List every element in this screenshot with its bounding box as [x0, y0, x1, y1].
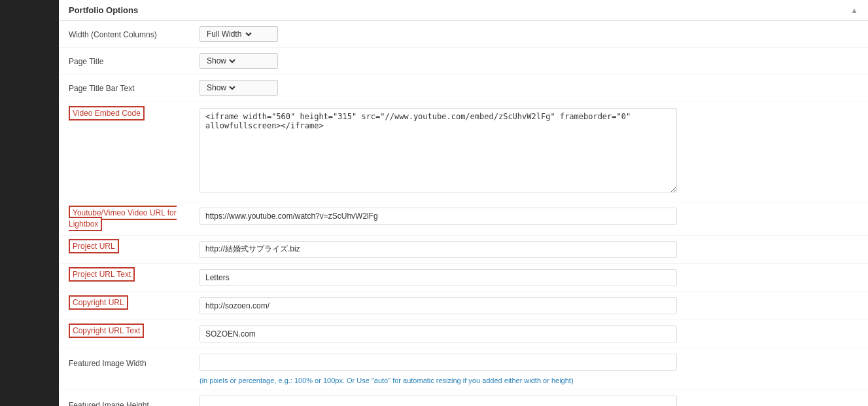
featured-image-width-row: Featured Image Width: [69, 354, 858, 371]
select-wrapper-width[interactable]: Full Width Half Width One Third: [200, 26, 278, 42]
control-copyright-url-text: [200, 325, 858, 342]
control-project-url-text: [200, 269, 858, 286]
label-video-embed-wrapper: Video Embed Code: [69, 108, 200, 119]
section-collapse-arrow[interactable]: ▲: [850, 6, 858, 15]
input-featured-image-height[interactable]: [200, 396, 677, 406]
label-page-title-bar: Page Title Bar Text: [69, 80, 200, 94]
select-wrapper-page-title[interactable]: Show Hide: [200, 53, 278, 69]
featured-image-height-row: Featured Image Height: [69, 396, 858, 406]
control-width: Full Width Half Width One Third: [200, 26, 858, 42]
main-content: Portfolio Options ▲ Width (Content Colum…: [59, 0, 868, 406]
label-project-url-wrapper: Project URL: [69, 241, 200, 252]
section-title: Portfolio Options: [69, 5, 138, 15]
select-width[interactable]: Full Width Half Width One Third: [204, 29, 254, 39]
control-video-embed: <iframe width="560" height="315" src="//…: [200, 108, 858, 195]
label-video-embed: Video Embed Code: [69, 106, 145, 120]
control-page-title-bar: Show Hide: [200, 80, 858, 96]
hint-featured-image-width: (in pixels or percentage, e.g.: 100% or …: [200, 376, 574, 386]
label-youtube-vimeo-wrapper: Youtube/Vimeo Video URL for Lightbox: [69, 208, 200, 230]
option-row-project-url-text: Project URL Text: [59, 264, 868, 292]
control-copyright-url: [200, 297, 858, 314]
label-project-url-text: Project URL Text: [69, 267, 135, 282]
select-wrapper-page-title-bar[interactable]: Show Hide: [200, 80, 278, 96]
option-row-copyright-url-text: Copyright URL Text: [59, 320, 868, 348]
featured-image-width-hint-wrapper: (in pixels or percentage, e.g.: 100% or …: [69, 373, 574, 386]
control-featured-image-width: [200, 354, 858, 371]
label-width: Width (Content Columns): [69, 26, 200, 41]
option-row-youtube-vimeo: Youtube/Vimeo Video URL for Lightbox: [59, 202, 868, 236]
option-row-width: Width (Content Columns) Full Width Half …: [59, 21, 868, 48]
input-featured-image-width[interactable]: [200, 354, 677, 371]
label-copyright-url-text: Copyright URL Text: [69, 323, 144, 338]
control-youtube-vimeo: [200, 208, 858, 225]
label-copyright-url-wrapper: Copyright URL: [69, 297, 200, 308]
textarea-video-embed[interactable]: <iframe width="560" height="315" src="//…: [200, 108, 677, 193]
input-youtube-vimeo[interactable]: [200, 208, 677, 225]
options-container: Width (Content Columns) Full Width Half …: [59, 21, 868, 406]
label-featured-image-height: Featured Image Height: [69, 397, 200, 406]
control-featured-image-height: [200, 396, 858, 406]
input-project-url[interactable]: [200, 241, 677, 258]
input-copyright-url[interactable]: [200, 297, 677, 314]
option-row-copyright-url: Copyright URL: [59, 292, 868, 320]
option-row-featured-image-height: Featured Image Height (in pixels or perc…: [59, 390, 868, 406]
section-header: Portfolio Options ▲: [59, 0, 868, 21]
label-copyright-url: Copyright URL: [69, 295, 128, 310]
input-project-url-text[interactable]: [200, 269, 677, 286]
label-featured-image-width: Featured Image Width: [69, 355, 200, 369]
label-youtube-vimeo: Youtube/Vimeo Video URL for Lightbox: [69, 206, 177, 231]
option-row-project-url: Project URL: [59, 236, 868, 264]
label-page-title: Page Title: [69, 53, 200, 67]
select-page-title[interactable]: Show Hide: [204, 56, 237, 66]
label-copyright-url-text-wrapper: Copyright URL Text: [69, 325, 200, 337]
select-page-title-bar[interactable]: Show Hide: [204, 83, 237, 93]
option-row-featured-image-width: Featured Image Width (in pixels or perce…: [59, 348, 868, 390]
option-row-page-title-bar: Page Title Bar Text Show Hide: [59, 75, 868, 101]
control-project-url: [200, 241, 858, 258]
label-project-url: Project URL: [69, 239, 119, 253]
input-copyright-url-text[interactable]: [200, 325, 677, 342]
sidebar: [0, 0, 59, 406]
option-row-video-embed: Video Embed Code <iframe width="560" hei…: [59, 101, 868, 202]
control-page-title: Show Hide: [200, 53, 858, 69]
option-row-page-title: Page Title Show Hide: [59, 48, 868, 75]
label-project-url-text-wrapper: Project URL Text: [69, 269, 200, 280]
